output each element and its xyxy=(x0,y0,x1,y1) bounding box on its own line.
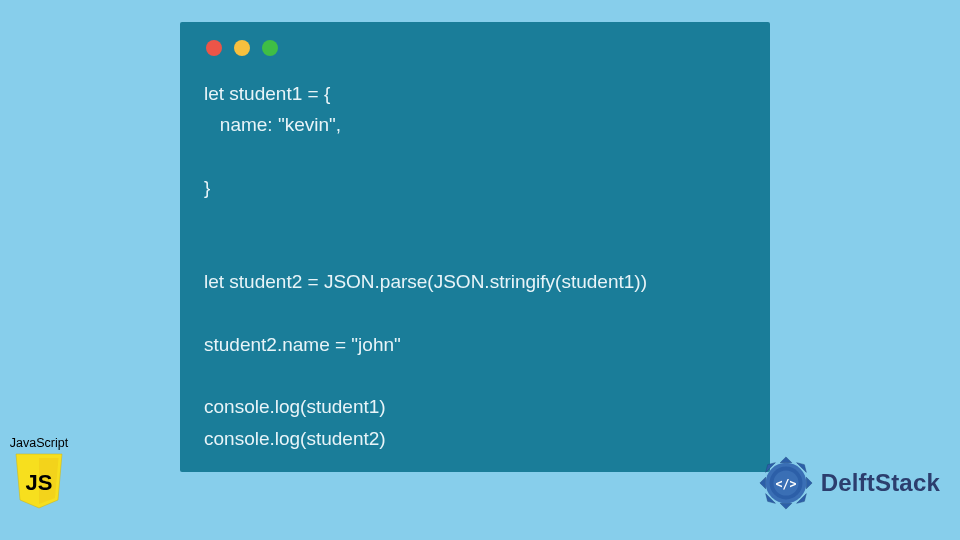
delftstack-brand-text: DelftStack xyxy=(821,469,940,497)
javascript-badge: JavaScript JS xyxy=(6,436,72,510)
svg-text:</>: </> xyxy=(775,477,796,491)
minimize-icon xyxy=(234,40,250,56)
svg-marker-3 xyxy=(806,477,812,489)
svg-marker-2 xyxy=(760,477,766,489)
code-block: let student1 = { name: "kevin", } let st… xyxy=(204,78,746,454)
code-window: let student1 = { name: "kevin", } let st… xyxy=(180,22,770,472)
delftstack-gear-icon: </> xyxy=(757,454,815,512)
javascript-logo-icon: JS xyxy=(14,452,64,510)
svg-marker-0 xyxy=(780,457,792,463)
close-icon xyxy=(206,40,222,56)
svg-marker-1 xyxy=(780,503,792,509)
window-traffic-lights xyxy=(206,40,746,56)
maximize-icon xyxy=(262,40,278,56)
delftstack-logo: </> DelftStack xyxy=(757,454,940,512)
js-logo-text: JS xyxy=(26,470,53,495)
javascript-label: JavaScript xyxy=(6,436,72,450)
